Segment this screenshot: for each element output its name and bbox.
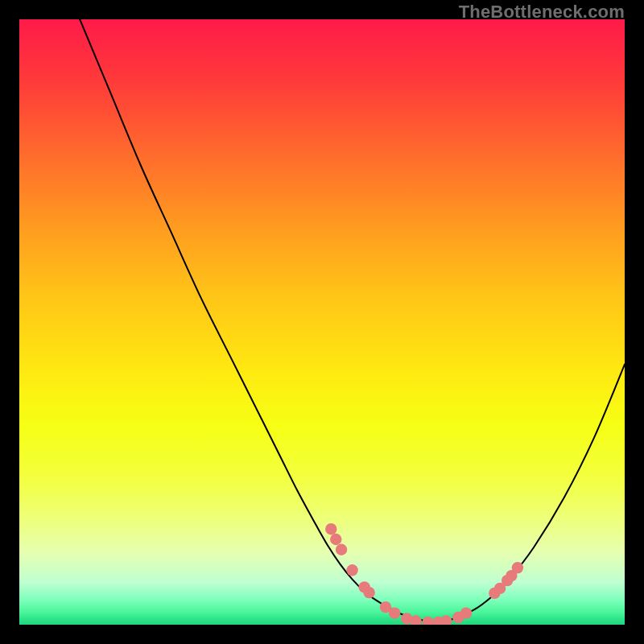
data-point	[512, 562, 523, 573]
data-markers	[19, 19, 625, 625]
chart-canvas: TheBottleneck.com	[0, 0, 644, 644]
data-point	[422, 617, 433, 625]
data-point	[336, 544, 347, 555]
data-point	[325, 523, 336, 535]
data-point	[363, 587, 374, 598]
watermark-label: TheBottleneck.com	[459, 2, 625, 23]
data-point	[440, 615, 452, 625]
plot-area	[19, 19, 625, 625]
data-point	[389, 608, 400, 619]
data-point	[346, 564, 357, 576]
data-point	[330, 534, 341, 545]
data-point	[460, 608, 472, 619]
